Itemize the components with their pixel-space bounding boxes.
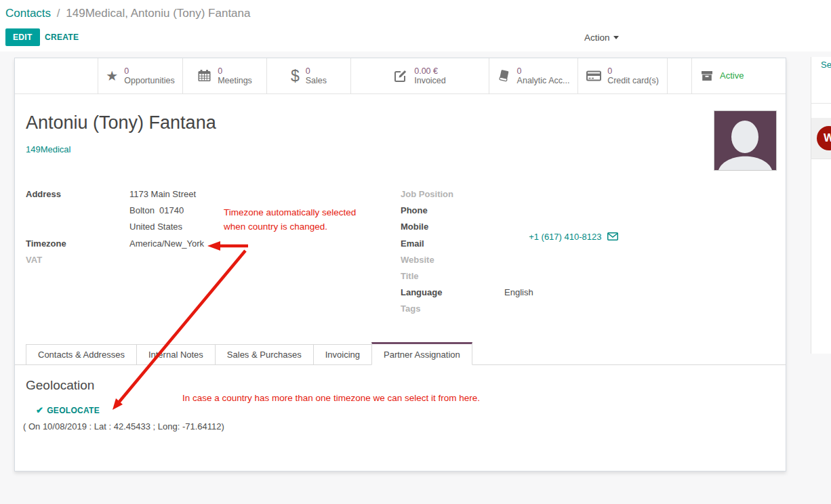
side-divider (811, 159, 831, 159)
envelope-sms-icon[interactable] (607, 232, 618, 243)
language-value: English (504, 287, 533, 297)
stat-value: 0 (124, 66, 174, 76)
field-row-vat: VAT (26, 255, 395, 271)
odoo-contact-form-page: Contacts / 149Medical, Antoniu (Tony) Fa… (0, 0, 831, 504)
breadcrumb-separator: / (57, 7, 60, 20)
company-link[interactable]: 149Medical (26, 144, 71, 154)
stat-spacer (667, 58, 691, 93)
field-row-title: Title (401, 271, 770, 287)
check-icon: ✔ (36, 405, 43, 415)
edit-button[interactable]: EDIT (5, 28, 40, 46)
notebook-tabs: Contacts & Addresses Internal Notes Sale… (15, 343, 786, 365)
tab-internal-notes[interactable]: Internal Notes (136, 344, 216, 365)
create-button[interactable]: CREATE (45, 33, 79, 42)
person-silhouette-icon (714, 111, 776, 170)
breadcrumb-current: 149Medical, Antoniu (Tony) Fantana (66, 7, 250, 20)
active-status-label: Active (720, 71, 744, 81)
job-position-label: Job Position (401, 189, 504, 199)
side-divider (811, 103, 831, 104)
geolocation-result-text: ( On 10/08/2019 : Lat : 42.45433 ; Long:… (23, 421, 224, 432)
field-row-job-position: Job Position (401, 189, 770, 205)
geolocate-button[interactable]: ✔GEOLOCATE (36, 405, 100, 415)
field-row-website: Website (401, 255, 770, 271)
archive-box-icon (700, 69, 714, 83)
contact-avatar (714, 110, 777, 171)
tab-invoicing[interactable]: Invoicing (313, 344, 372, 365)
stat-button-opportunities[interactable]: ★ 0 Opportunities (98, 58, 182, 93)
stat-label: Sales (306, 76, 327, 85)
breadcrumb-contacts-link[interactable]: Contacts (5, 7, 51, 20)
website-label: Website (401, 255, 504, 265)
stat-button-analytic-accounts[interactable]: 0 Analytic Acc... (489, 58, 577, 93)
stat-button-invoiced[interactable]: 0.00 € Invoiced (350, 58, 489, 93)
language-label: Language (401, 287, 504, 297)
stat-label: Invoiced (414, 76, 446, 85)
field-row-address: Address 1173 Main Street (26, 189, 395, 205)
stat-value: 0 (607, 66, 659, 76)
annotation-timezone-note: Timezone automatically selected when cou… (224, 205, 356, 234)
field-row-tags: Tags (401, 303, 770, 320)
field-row-language: Language English (401, 287, 770, 303)
stat-label: Credit card(s) (607, 76, 659, 85)
stat-label: Opportunities (124, 76, 174, 85)
address-line-2: Bolton 01740 (129, 205, 184, 215)
star-icon: ★ (106, 69, 118, 83)
credit-card-icon (586, 69, 601, 83)
stat-button-credit-cards[interactable]: 0 Credit card(s) (577, 58, 667, 93)
contact-form-sheet: ★ 0 Opportunities 0 Meetings $ 0 (14, 58, 786, 471)
stat-label: Analytic Acc... (517, 76, 570, 85)
address-line-1: 1173 Main Street (129, 189, 196, 199)
tab-sales-purchases[interactable]: Sales & Purchases (215, 344, 314, 365)
stat-value: 0 (517, 66, 570, 76)
stat-button-meetings[interactable]: 0 Meetings (182, 58, 266, 93)
action-dropdown[interactable]: Action (584, 33, 619, 43)
control-panel: Contacts / 149Medical, Antoniu (Tony) Fa… (0, 0, 831, 51)
tags-label: Tags (401, 303, 504, 314)
stat-button-sales[interactable]: $ 0 Sales (266, 58, 350, 93)
email-label: Email (401, 238, 504, 249)
tab-contacts-addresses[interactable]: Contacts & Addresses (26, 344, 137, 365)
geolocation-section-heading: Geolocation (26, 378, 94, 393)
calendar-icon (197, 69, 211, 83)
stat-label: Meetings (218, 76, 252, 85)
field-row-phone: Phone (401, 205, 770, 222)
invoice-pencil-icon (394, 69, 408, 83)
tab-partner-assignation[interactable]: Partner Assignation (371, 342, 472, 365)
stat-button-active-toggle[interactable]: Active (691, 58, 786, 93)
stat-value: 0.00 € (414, 66, 446, 76)
chevron-down-icon (613, 36, 619, 39)
action-dropdown-label: Action (584, 33, 610, 43)
stat-value: 0 (306, 66, 327, 76)
chatter-panel-body (811, 160, 831, 354)
breadcrumb: Contacts / 149Medical, Antoniu (Tony) Fa… (5, 7, 250, 20)
field-row-timezone: Timezone America/New_York (26, 238, 395, 255)
annotation-geolocate-note: In case a country has more than one time… (182, 391, 480, 405)
book-icon (498, 69, 511, 83)
dollar-icon: $ (291, 68, 300, 83)
field-row-mobile: Mobile +1 (617) 410-8123 (401, 222, 770, 238)
stat-value: 0 (218, 66, 252, 76)
mobile-phone-link[interactable]: +1 (617) 410-8123 (529, 232, 601, 242)
stat-button-row: ★ 0 Opportunities 0 Meetings $ 0 (15, 58, 786, 94)
address-line-3: United States (129, 222, 182, 232)
field-group-right: Job Position Phone Mobile +1 (617) 410-8… (401, 189, 770, 320)
timezone-label: Timezone (26, 238, 129, 249)
timezone-value: America/New_York (129, 238, 204, 249)
vat-label: VAT (26, 255, 129, 265)
mobile-label: Mobile (401, 222, 504, 232)
page-title-contact-name: Antoniu (Tony) Fantana (26, 112, 216, 133)
address-label: Address (26, 189, 129, 199)
title-label: Title (401, 271, 504, 281)
phone-label: Phone (401, 205, 504, 215)
send-message-partial-link[interactable]: Se (821, 60, 831, 70)
geolocate-button-label: GEOLOCATE (47, 406, 100, 415)
